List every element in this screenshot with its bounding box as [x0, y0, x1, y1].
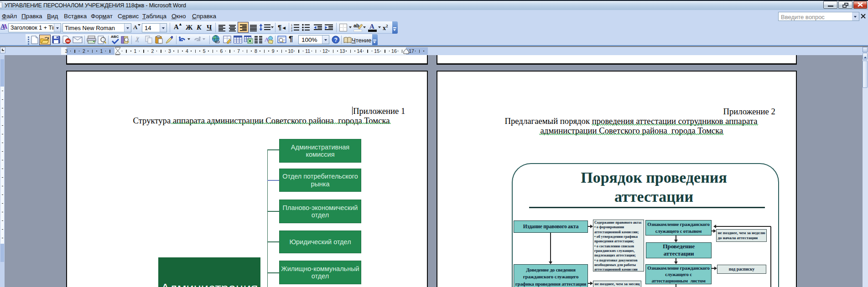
- svg-text:?: ?: [334, 37, 338, 43]
- svg-text:3: 3: [291, 29, 292, 31]
